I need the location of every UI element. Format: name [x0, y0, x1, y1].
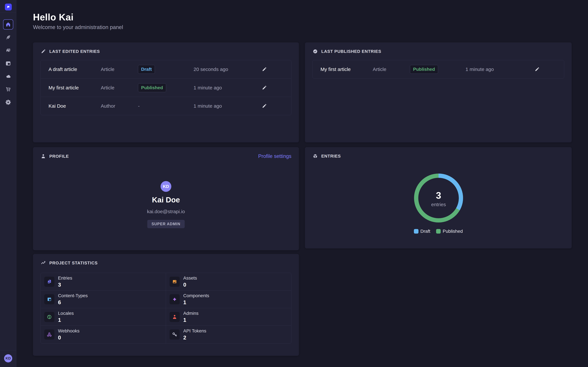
sidebar-item-deploy[interactable] [3, 71, 13, 81]
card-title: PROFILE [49, 154, 69, 159]
table-row[interactable]: Kai Doe Author - 1 minute ago [41, 97, 291, 115]
stat-webhooks: Webhooks 0 [41, 326, 166, 343]
stat-label: Components [183, 293, 209, 298]
edit-entry-button[interactable] [261, 85, 267, 91]
profile-email: kai.doe@strapi.io [33, 209, 299, 214]
table-row[interactable]: My first article Article Published 1 min… [313, 60, 564, 78]
legend-label: Draft [420, 229, 430, 234]
entries-docs-icon [44, 277, 54, 287]
last-published-table: My first article Article Published 1 min… [312, 60, 564, 79]
stat-entries: Entries 3 [41, 273, 166, 291]
entry-title: My first article [49, 85, 101, 91]
strapi-logo[interactable] [5, 4, 12, 10]
assets-image-icon [170, 277, 180, 287]
content-types-icon [44, 294, 54, 304]
card-header: PROFILE Profile settings [41, 153, 291, 159]
entries-card: ENTRIES 3 entries Draft Published [305, 147, 572, 248]
entry-updated-time: 1 minute ago [466, 67, 528, 72]
stat-label: Admins [183, 311, 199, 316]
profile-avatar: KD [161, 181, 171, 192]
card-title: LAST EDITED ENTRIES [49, 49, 100, 54]
strapi-logo-glyph [6, 5, 11, 9]
content-manager-feather-icon [5, 34, 11, 41]
edit-entry-button[interactable] [261, 67, 267, 72]
entry-title: A draft article [49, 67, 101, 72]
stat-admins: Admins 1 [166, 308, 291, 326]
sidebar-user-avatar[interactable]: KD [4, 354, 12, 362]
stat-value: 0 [58, 334, 79, 341]
stat-value: 6 [58, 299, 88, 306]
project-statistics-card: PROJECT STATISTICS Entries 3 [33, 254, 299, 356]
stat-value: 0 [183, 282, 197, 288]
pencil-icon [534, 67, 540, 72]
shopping-cart-icon [5, 86, 11, 92]
profile-initials: KD [163, 184, 169, 189]
entry-updated-time: 20 seconds ago [194, 67, 255, 72]
sidebar-item-marketplace[interactable] [3, 84, 13, 94]
entry-type: Article [101, 67, 138, 72]
page-title: Hello Kai [33, 12, 73, 23]
cloud-icon [5, 73, 11, 79]
table-row[interactable]: My first article Article Published 1 min… [41, 78, 291, 97]
legend-swatch-draft [414, 229, 418, 234]
profile-settings-link[interactable]: Profile settings [258, 153, 291, 159]
legend-item-draft: Draft [414, 229, 430, 234]
chart-legend: Draft Published [305, 229, 572, 234]
stat-label: Content-Types [58, 293, 88, 298]
profile-card: PROFILE Profile settings KD Kai Doe kai.… [33, 147, 299, 250]
stat-label: Webhooks [58, 328, 79, 334]
stat-label: Locales [58, 311, 74, 316]
table-row[interactable]: A draft article Article Draft 20 seconds… [41, 60, 291, 78]
entry-type: Article [101, 85, 138, 91]
locales-globe-icon [44, 312, 54, 322]
stat-components: Components 1 [166, 291, 291, 308]
content-type-builder-icon [5, 60, 11, 67]
pencil-icon [261, 85, 267, 91]
last-published-entries-card: LAST PUBLISHED ENTRIES My first article … [305, 42, 572, 142]
last-edited-entries-card: LAST EDITED ENTRIES A draft article Arti… [33, 42, 299, 142]
stat-locales: Locales 1 [41, 308, 166, 326]
stat-value: 3 [58, 282, 72, 288]
api-tokens-key-icon [170, 329, 180, 340]
edit-entry-button[interactable] [261, 103, 267, 109]
pencil-icon [261, 67, 267, 72]
status-empty: - [138, 103, 140, 109]
edit-entry-button[interactable] [534, 67, 540, 72]
legend-item-published: Published [436, 229, 463, 234]
sidebar-item-media-library[interactable] [3, 45, 13, 56]
card-title: ENTRIES [321, 154, 341, 159]
trending-up-icon [41, 260, 46, 266]
home-icon [5, 22, 11, 27]
components-icon [170, 294, 180, 304]
pencil-icon [41, 49, 46, 54]
card-title: PROJECT STATISTICS [49, 260, 98, 266]
sidebar-item-settings[interactable] [3, 97, 13, 107]
pencil-icon [261, 103, 267, 109]
stat-label: API Tokens [183, 328, 206, 334]
legend-label: Published [443, 229, 463, 234]
sidebar: KD [0, 0, 16, 367]
donut-center-label: 3 entries [414, 186, 463, 211]
status-badge: Published [138, 83, 166, 92]
stat-value: 1 [183, 317, 199, 323]
sidebar-item-home[interactable] [3, 19, 13, 30]
stat-label: Assets [183, 275, 197, 281]
entries-unit: entries [431, 202, 446, 207]
role-badge: SUPER ADMIN [147, 220, 185, 228]
stat-value: 2 [183, 334, 206, 341]
status-badge: Published [410, 65, 438, 74]
entry-title: Kai Doe [49, 103, 101, 109]
entry-title: My first article [320, 67, 373, 72]
media-library-icon [5, 48, 11, 53]
sidebar-item-content-manager[interactable] [3, 33, 13, 42]
entry-type: Author [101, 103, 138, 109]
stat-value: 1 [183, 299, 209, 306]
check-circle-icon [312, 49, 318, 54]
cube-icon [312, 153, 318, 159]
stat-content-types: Content-Types 6 [41, 291, 166, 308]
gear-icon [5, 99, 11, 105]
sidebar-item-content-type-builder[interactable] [3, 58, 13, 68]
card-header: LAST PUBLISHED ENTRIES [312, 49, 564, 54]
statistics-table: Entries 3 Assets 0 [41, 273, 291, 343]
card-title: LAST PUBLISHED ENTRIES [321, 49, 381, 54]
